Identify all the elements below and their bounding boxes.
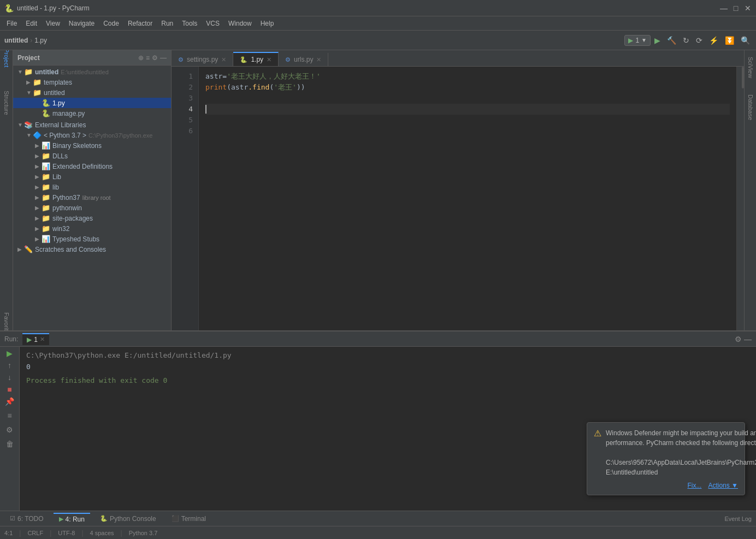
collapse-panel-icon[interactable]: — (744, 335, 752, 343)
tree-item-site-packages[interactable]: ▶ 📁 site-packages (13, 213, 171, 223)
tree-item-lib[interactable]: ▶ 📁 lib (13, 182, 171, 192)
scroll-down-icon[interactable]: ↓ (8, 373, 11, 382)
menu-edit[interactable]: Edit (21, 18, 42, 29)
window-controls[interactable]: — □ ✕ (720, 4, 752, 12)
bottom-tab-python-console[interactable]: 🐍 Python Console (94, 513, 162, 524)
tree-item-managepy[interactable]: 🐍 manage.py (13, 108, 171, 119)
bottom-tab-run[interactable]: ▶ 4: Run (54, 513, 90, 525)
code-print-keyword: print (205, 82, 227, 93)
status-charset[interactable]: UTF-8 (58, 530, 75, 536)
status-indent[interactable]: 4 spaces (90, 530, 114, 536)
toolbar-run-actions: ▶ 🔨 ↻ ⟳ ⚡ ⏬ 🔍 (653, 34, 752, 46)
tree-item-win32[interactable]: ▶ 📁 win32 (13, 223, 171, 234)
pin-tab-icon[interactable]: 📌 (5, 397, 14, 406)
main-area: Project Structure Favorites Project ⊕ ≡ … (0, 50, 756, 330)
project-panel-toggle[interactable]: Project (1, 52, 12, 63)
rerun-icon[interactable]: ▶ (7, 349, 13, 358)
tree-root-untitled[interactable]: ▼ 📁 untitled E:\untitled\untitled (13, 67, 171, 77)
project-header-actions[interactable]: ⊕ ≡ ⚙ — (138, 54, 167, 62)
menu-code[interactable]: Code (99, 18, 123, 29)
menu-file[interactable]: File (2, 18, 21, 29)
add-icon[interactable]: ⊕ (138, 54, 144, 62)
event-log-link[interactable]: Event Log (724, 516, 752, 522)
run-config-selector[interactable]: ▶ 1 ▼ (624, 35, 651, 46)
status-line-ending[interactable]: CRLF (27, 530, 43, 536)
menu-refactor[interactable]: Refactor (123, 18, 157, 29)
notification-actions-link[interactable]: Actions ▼ (708, 482, 738, 489)
filter-icon[interactable]: ≡ (7, 411, 11, 420)
1py-file-icon: 🐍 (240, 56, 247, 63)
tree-item-python37[interactable]: ▼ 🔷 < Python 3.7 > C:\Python37\python.ex… (13, 130, 171, 140)
run-tabs-left: Run: ▶ 1 ✕ (4, 333, 49, 345)
tree-item-typeshed-stubs[interactable]: ▶ 📊 Typeshed Stubs (13, 234, 171, 244)
menu-view[interactable]: View (42, 18, 64, 29)
menu-navigate[interactable]: Navigate (64, 18, 99, 29)
notification-fix-link[interactable]: Fix... (687, 482, 701, 489)
refresh-button[interactable]: ⟳ (694, 34, 704, 46)
minimize-btn[interactable]: — (720, 4, 728, 12)
settings-run-icon[interactable]: ⚙ (6, 425, 13, 434)
scrollbar-thumb[interactable] (742, 67, 744, 88)
tab-close-urls-py[interactable]: ✕ (316, 56, 321, 63)
stop-icon[interactable]: ■ (7, 385, 11, 394)
tree-item-extended-defs[interactable]: ▶ 📊 Extended Definitions (13, 161, 171, 171)
collapse-icon[interactable]: — (160, 54, 167, 62)
search-everywhere-button[interactable]: 🔍 (739, 34, 752, 46)
settings-gear-icon[interactable]: ⚙ (735, 335, 742, 343)
expand-arrow-icon: ▶ (35, 153, 42, 159)
close-btn[interactable]: ✕ (744, 4, 752, 12)
tree-item-python37-lib[interactable]: ▶ 📁 Python37 library root (13, 192, 171, 203)
tree-item-scratches[interactable]: ▶ ✏️ Scratches and Consoles (13, 244, 171, 254)
code-line-3 (205, 93, 730, 104)
bottom-tab-terminal[interactable]: ⬛ Terminal (166, 513, 211, 524)
menu-help[interactable]: Help (256, 18, 279, 29)
build-button[interactable]: 🔨 (665, 34, 678, 46)
maximize-btn[interactable]: □ (732, 4, 740, 12)
tree-label-lib: lib (52, 183, 59, 191)
run-tab-close-icon[interactable]: ✕ (40, 336, 45, 343)
tab-close-settings-py[interactable]: ✕ (221, 56, 226, 63)
side-icon-bar: Project Structure Favorites (0, 50, 13, 330)
tree-item-untitled-sub[interactable]: ▼ 📁 untitled (13, 87, 171, 98)
tab-settings-py[interactable]: ⚙ settings.py ✕ (172, 53, 233, 66)
tab-close-1py[interactable]: ✕ (267, 56, 271, 63)
run-button[interactable]: ▶ (653, 34, 662, 46)
tree-item-1py[interactable]: 🐍 1.py (13, 98, 171, 108)
menu-tools[interactable]: Tools (178, 18, 202, 29)
folder-icon: 📁 (42, 214, 50, 222)
menu-window[interactable]: Window (224, 18, 256, 29)
window-title: untitled - 1.py - PyCharm (17, 4, 90, 12)
code-editor[interactable]: astr = '老王大好人，人好大老王！' print ( astr .find… (199, 67, 736, 330)
scroll-up-icon[interactable]: ↑ (8, 361, 11, 370)
delete-run-icon[interactable]: 🗑 (6, 440, 14, 448)
menu-vcs[interactable]: VCS (202, 18, 224, 29)
coverage-button[interactable]: ⚡ (707, 34, 720, 46)
tree-item-binary-skeletons[interactable]: ▶ 📊 Binary Skeletons (13, 140, 171, 151)
run-tab-1[interactable]: ▶ 1 ✕ (22, 333, 49, 345)
run-panel-actions: ⚙ — (735, 335, 752, 343)
status-position[interactable]: 4:1 (4, 530, 13, 536)
expand-arrow-icon: ▶ (35, 174, 42, 180)
run-output-result: 0 (26, 363, 749, 371)
tab-urls-py[interactable]: ⚙ urls.py ✕ (279, 53, 328, 66)
tree-item-lib-cap[interactable]: ▶ 📁 Lib (13, 171, 171, 182)
database-panel-toggle[interactable]: Database (746, 92, 755, 122)
favorites-toggle[interactable]: Favorites (1, 319, 12, 330)
scroll-from-source-icon[interactable]: ≡ (146, 54, 150, 62)
settings-icon[interactable]: ⚙ (152, 54, 158, 62)
menu-run[interactable]: Run (157, 18, 178, 29)
download-button[interactable]: ⏬ (723, 34, 736, 46)
tree-item-dlls[interactable]: ▶ 📁 DLLs (13, 151, 171, 161)
editor-content[interactable]: 1 2 3 4 5 6 astr = '老王大好人，人好大老王！' print … (172, 67, 744, 330)
tree-item-pythonwin[interactable]: ▶ 📁 pythonwin (13, 203, 171, 213)
tree-item-templates[interactable]: ▶ 📁 templates (13, 77, 171, 87)
bottom-tab-todo[interactable]: ☑ 6: TODO (4, 513, 49, 524)
status-language[interactable]: Python 3.7 (129, 530, 158, 536)
tree-item-external-libs[interactable]: ▼ 📚 External Libraries (13, 120, 171, 130)
reload-button[interactable]: ↻ (681, 34, 691, 46)
structure-panel-toggle[interactable]: Structure (1, 97, 12, 108)
tree-label-typeshed-stubs: Typeshed Stubs (52, 235, 99, 243)
sdk-icon: 🔷 (33, 131, 42, 139)
sciview-panel-toggle[interactable]: SciView (746, 55, 755, 80)
tab-1-py[interactable]: 🐍 1.py ✕ (233, 52, 279, 66)
